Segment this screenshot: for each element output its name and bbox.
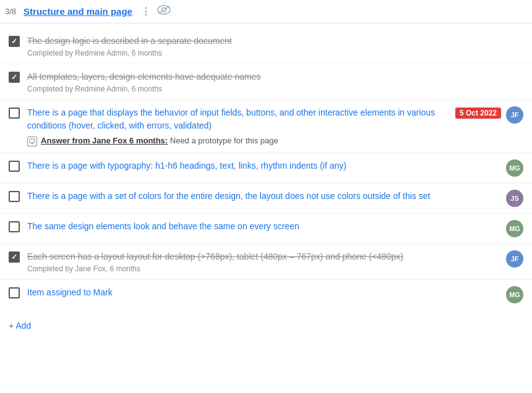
avatar: MG [506, 159, 523, 177]
item-text: There is a page with typography: h1-h6 h… [27, 159, 499, 172]
answer-comment-icon [27, 137, 37, 146]
checkbox-wrap [9, 161, 20, 172]
due-date-badge: 5 Oct 2022 [455, 108, 501, 119]
item-text: Item assigned to Mark [27, 286, 499, 299]
checklist-item: There is a page that displays the behavi… [0, 100, 532, 153]
add-item-button[interactable]: + Add [0, 315, 532, 337]
answer-box: Answer from Jane Fox 6 months: Need a pr… [27, 136, 448, 146]
checklist-item: All templates, layers, design elements h… [0, 64, 532, 100]
item-meta: JF [506, 250, 523, 268]
checkbox[interactable] [9, 287, 20, 298]
completed-info: Completed by Jane Fox, 6 months [27, 264, 499, 273]
checklist-item: The design logic is described in a separ… [0, 28, 532, 64]
checklist-item: The same design elements look and behave… [0, 214, 532, 244]
avatar: MG [506, 220, 523, 237]
checkbox-wrap [9, 287, 20, 298]
checkbox[interactable] [9, 72, 20, 83]
item-meta: MG [506, 159, 523, 177]
answer-author: Answer from Jane Fox 6 months: [41, 136, 168, 145]
checklist-item: There is a page with a set of colors for… [0, 184, 532, 214]
checkbox-wrap [9, 72, 20, 83]
avatar: MG [506, 286, 523, 303]
checklist-item: There is a page with typography: h1-h6 h… [0, 153, 532, 184]
item-content: All templates, layers, design elements h… [27, 70, 516, 93]
checklist-item: Each screen has a layout layout for desk… [0, 244, 532, 280]
item-meta: MG [506, 220, 523, 237]
item-meta: 5 Oct 2022JF [455, 106, 523, 124]
item-meta: JS [506, 190, 523, 207]
item-text: There is a page that displays the behavi… [27, 106, 448, 132]
checkbox[interactable] [9, 251, 20, 263]
more-icon[interactable]: ⋮ [140, 4, 152, 19]
svg-rect-3 [30, 139, 35, 143]
item-text: The same design elements look and behave… [27, 220, 499, 233]
item-content: There is a page that displays the behavi… [27, 106, 448, 146]
item-content: There is a page with a set of colors for… [27, 190, 499, 203]
item-meta: MG [506, 286, 523, 303]
avatar: JF [506, 250, 523, 268]
item-text: All templates, layers, design elements h… [27, 70, 516, 83]
avatar: JF [506, 106, 523, 124]
completed-info: Completed by Redmine Admin, 6 months [27, 85, 516, 93]
item-text: Each screen has a layout layout for desk… [27, 250, 499, 263]
checkbox-wrap [9, 108, 20, 119]
checklist: The design logic is described in a separ… [0, 23, 532, 315]
completed-info: Completed by Redmine Admin, 6 months [27, 49, 516, 57]
checkbox[interactable] [9, 221, 20, 232]
checklist-item: Item assigned to MarkMG [0, 280, 532, 310]
checkbox[interactable] [9, 36, 20, 47]
item-content: The same design elements look and behave… [27, 220, 499, 233]
eye-icon[interactable] [156, 4, 172, 19]
header-icons: ⋮ [140, 4, 172, 19]
checkbox-wrap [9, 221, 20, 232]
checkbox-wrap [9, 191, 20, 202]
page-counter: 3/8 [5, 7, 16, 16]
checkbox[interactable] [9, 161, 20, 172]
page-title[interactable]: Structure and main page [24, 6, 132, 17]
checkbox[interactable] [9, 191, 20, 202]
checkbox-wrap [9, 36, 20, 47]
answer-text: Answer from Jane Fox 6 months: Need a pr… [41, 136, 278, 145]
item-content: Each screen has a layout layout for desk… [27, 250, 499, 273]
checkbox[interactable] [9, 108, 20, 119]
item-content: The design logic is described in a separ… [27, 35, 516, 57]
checkbox-wrap [9, 251, 20, 263]
avatar: JS [506, 190, 523, 207]
item-text: There is a page with a set of colors for… [27, 190, 499, 203]
page-header: 3/8 Structure and main page ⋮ [0, 0, 532, 23]
item-content: There is a page with typography: h1-h6 h… [27, 159, 499, 172]
item-text: The design logic is described in a separ… [27, 35, 516, 48]
item-content: Item assigned to Mark [27, 286, 499, 299]
